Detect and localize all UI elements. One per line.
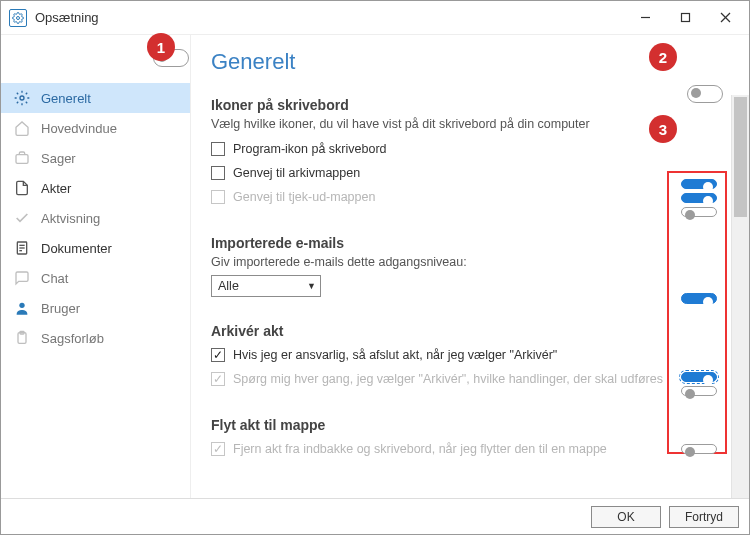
- page-title: Generelt: [211, 49, 713, 75]
- checkbox-icon: [211, 166, 225, 180]
- clipboard-icon: [13, 330, 31, 346]
- checkbox-program-icon[interactable]: Program-ikon på skrivebord: [211, 137, 713, 161]
- home-icon: [13, 120, 31, 136]
- toggle-ask-on-archive[interactable]: [681, 386, 717, 396]
- section-move-act: Flyt akt til mappe Fjern akt fra indbakk…: [211, 417, 713, 461]
- select-value: Alle: [218, 279, 239, 293]
- sidebar-item-label: Aktvisning: [41, 211, 100, 226]
- section-heading: Flyt akt til mappe: [211, 417, 713, 433]
- gear-icon: [9, 9, 27, 27]
- checkbox-label: Genvej til arkivmappen: [233, 166, 360, 180]
- window-title: Opsætning: [35, 10, 625, 25]
- section-archive-act: Arkivér akt Hvis jeg er ansvarlig, så af…: [211, 323, 713, 391]
- checkbox-label: Program-ikon på skrivebord: [233, 142, 387, 156]
- sidebar-item-dokumenter[interactable]: Dokumenter: [1, 233, 190, 263]
- minimize-button[interactable]: [625, 3, 665, 33]
- checkbox-icon: [211, 190, 225, 204]
- toggle-remove-on-move[interactable]: [681, 444, 717, 454]
- svg-point-5: [20, 96, 24, 100]
- dialog-footer: OK Fortryd: [1, 498, 749, 534]
- sidebar-item-label: Sager: [41, 151, 76, 166]
- checkbox-archive-shortcut[interactable]: Genvej til arkivmappen: [211, 161, 713, 185]
- checkbox-icon: [211, 442, 225, 456]
- section-description: Vælg hvilke ikoner, du vil have vist på …: [211, 117, 713, 131]
- section-heading: Ikoner på skrivebord: [211, 97, 713, 113]
- checkbox-icon: [211, 348, 225, 362]
- checkbox-label: Genvej til tjek-ud-mappen: [233, 190, 375, 204]
- sidebar-item-bruger[interactable]: Bruger: [1, 293, 190, 323]
- cancel-button[interactable]: Fortryd: [669, 506, 739, 528]
- svg-rect-6: [16, 155, 28, 164]
- toggle-archive-shortcut[interactable]: [681, 193, 717, 203]
- sidebar-item-label: Akter: [41, 181, 71, 196]
- checkbox-ask-on-archive: Spørg mig hver gang, jeg vælger "Arkivér…: [211, 367, 713, 391]
- main-pane: 2 3 Generelt Ikoner på skrivebord Vælg h…: [191, 35, 749, 498]
- callout-marker-1: 1: [147, 33, 175, 61]
- chevron-down-icon: ▼: [307, 281, 316, 291]
- checkbox-label: Hvis jeg er ansvarlig, så afslut akt, nå…: [233, 348, 557, 362]
- checkbox-label: Spørg mig hver gang, jeg vælger "Arkivér…: [233, 372, 663, 386]
- sidebar-item-generelt[interactable]: Generelt: [1, 83, 190, 113]
- settings-window: Opsætning 1 Generelt Hovedvindue Sager: [0, 0, 750, 535]
- sidebar-item-sagsforlob[interactable]: Sagsforløb: [1, 323, 190, 353]
- section-description: Giv importerede e-mails dette adgangsniv…: [211, 255, 713, 269]
- sidebar-item-sager[interactable]: Sager: [1, 143, 190, 173]
- sidebar-item-hovedvindue[interactable]: Hovedvindue: [1, 113, 190, 143]
- sidebar-item-chat[interactable]: Chat: [1, 263, 190, 293]
- file-icon: [13, 180, 31, 196]
- svg-rect-2: [681, 14, 689, 22]
- briefcase-icon: [13, 150, 31, 166]
- sidebar-item-label: Sagsforløb: [41, 331, 104, 346]
- sidebar-item-akter[interactable]: Akter: [1, 173, 190, 203]
- section-desktop-icons: Ikoner på skrivebord Vælg hvilke ikoner,…: [211, 97, 713, 209]
- close-button[interactable]: [705, 3, 745, 33]
- sidebar-item-aktvisning[interactable]: Aktvisning: [1, 203, 190, 233]
- user-icon: [13, 300, 31, 316]
- svg-point-11: [19, 303, 24, 308]
- sidebar-item-label: Hovedvindue: [41, 121, 117, 136]
- section-heading: Importerede e-mails: [211, 235, 713, 251]
- chat-icon: [13, 270, 31, 286]
- sidebar-item-label: Bruger: [41, 301, 80, 316]
- maximize-button[interactable]: [665, 3, 705, 33]
- scrollbar[interactable]: [731, 95, 749, 498]
- check-icon: [13, 210, 31, 226]
- access-level-select[interactable]: Alle ▼: [211, 275, 321, 297]
- toggle-checkout-shortcut[interactable]: [681, 207, 717, 217]
- gear-icon: [13, 90, 31, 106]
- sidebar-item-label: Chat: [41, 271, 68, 286]
- document-icon: [13, 240, 31, 256]
- sidebar-item-label: Generelt: [41, 91, 91, 106]
- ok-button[interactable]: OK: [591, 506, 661, 528]
- section-imported-emails: Importerede e-mails Giv importerede e-ma…: [211, 235, 713, 297]
- switch-column: [667, 171, 727, 454]
- sidebar-item-label: Dokumenter: [41, 241, 112, 256]
- checkbox-finish-on-archive[interactable]: Hvis jeg er ansvarlig, så afslut akt, nå…: [211, 343, 713, 367]
- toggle-program-icon[interactable]: [681, 179, 717, 189]
- toggle-email-access[interactable]: [681, 293, 717, 303]
- checkbox-icon: [211, 372, 225, 386]
- section-heading: Arkivér akt: [211, 323, 713, 339]
- callout-marker-2: 2: [649, 43, 677, 71]
- toggle-finish-on-archive[interactable]: [681, 372, 717, 382]
- titlebar: Opsætning: [1, 1, 749, 35]
- checkbox-remove-on-move: Fjern akt fra indbakke og skrivebord, nå…: [211, 437, 713, 461]
- callout-marker-3: 3: [649, 115, 677, 143]
- sidebar: Generelt Hovedvindue Sager Akter Aktvisn…: [1, 35, 191, 498]
- checkbox-checkout-shortcut: Genvej til tjek-ud-mappen: [211, 185, 713, 209]
- checkbox-icon: [211, 142, 225, 156]
- window-body: Generelt Hovedvindue Sager Akter Aktvisn…: [1, 35, 749, 498]
- scrollbar-thumb[interactable]: [734, 97, 747, 217]
- checkbox-label: Fjern akt fra indbakke og skrivebord, nå…: [233, 442, 607, 456]
- svg-point-0: [17, 16, 20, 19]
